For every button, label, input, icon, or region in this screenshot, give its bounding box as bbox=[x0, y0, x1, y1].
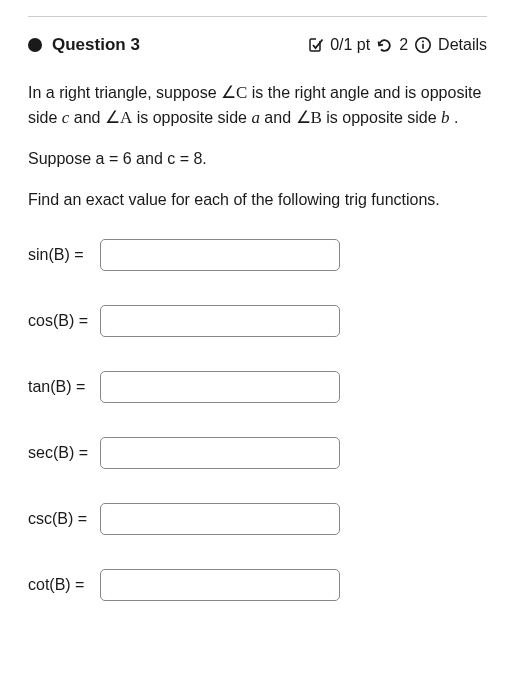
question-header: Question 3 0/1 pt 2 bbox=[28, 35, 487, 55]
svg-rect-3 bbox=[422, 44, 424, 49]
sec-label: sec(B) = bbox=[28, 444, 92, 462]
tan-label: tan(B) = bbox=[28, 378, 92, 396]
retry-icon bbox=[376, 37, 393, 54]
tan-row: tan(B) = bbox=[28, 371, 487, 403]
cos-label: cos(B) = bbox=[28, 312, 92, 330]
text-segment: . bbox=[450, 109, 459, 126]
problem-instruction: Find an exact value for each of the foll… bbox=[28, 188, 487, 211]
header-right: 0/1 pt 2 Details bbox=[308, 36, 487, 54]
problem-intro: In a right triangle, suppose ∠C is the r… bbox=[28, 81, 487, 130]
cot-row: cot(B) = bbox=[28, 569, 487, 601]
angle-c: ∠C bbox=[221, 83, 247, 102]
problem-given: Suppose a = 6 and c = 8. bbox=[28, 150, 487, 168]
angle-a: ∠A bbox=[105, 108, 132, 127]
csc-label: csc(B) = bbox=[28, 510, 92, 528]
details-link[interactable]: Details bbox=[438, 36, 487, 54]
sin-row: sin(B) = bbox=[28, 239, 487, 271]
sec-input[interactable] bbox=[100, 437, 340, 469]
question-title: Question 3 bbox=[52, 35, 140, 55]
sec-row: sec(B) = bbox=[28, 437, 487, 469]
text-segment: is opposite side bbox=[132, 109, 251, 126]
svg-point-2 bbox=[422, 41, 424, 43]
text-segment: is opposite side bbox=[322, 109, 441, 126]
text-segment: and bbox=[260, 109, 296, 126]
header-left: Question 3 bbox=[28, 35, 140, 55]
submit-icon bbox=[308, 37, 324, 53]
sin-input[interactable] bbox=[100, 239, 340, 271]
sin-label: sin(B) = bbox=[28, 246, 92, 264]
cot-input[interactable] bbox=[100, 569, 340, 601]
text-segment: and bbox=[69, 109, 105, 126]
csc-input[interactable] bbox=[100, 503, 340, 535]
cos-row: cos(B) = bbox=[28, 305, 487, 337]
status-dot-icon bbox=[28, 38, 42, 52]
attempts-text: 2 bbox=[399, 36, 408, 54]
side-b: b bbox=[441, 108, 450, 127]
question-card: Question 3 0/1 pt 2 bbox=[28, 16, 487, 601]
cot-label: cot(B) = bbox=[28, 576, 92, 594]
text-segment: In a right triangle, suppose bbox=[28, 84, 221, 101]
points-text: 0/1 pt bbox=[330, 36, 370, 54]
info-icon[interactable] bbox=[414, 36, 432, 54]
side-a: a bbox=[251, 108, 260, 127]
tan-input[interactable] bbox=[100, 371, 340, 403]
angle-b: ∠B bbox=[296, 108, 322, 127]
csc-row: csc(B) = bbox=[28, 503, 487, 535]
cos-input[interactable] bbox=[100, 305, 340, 337]
